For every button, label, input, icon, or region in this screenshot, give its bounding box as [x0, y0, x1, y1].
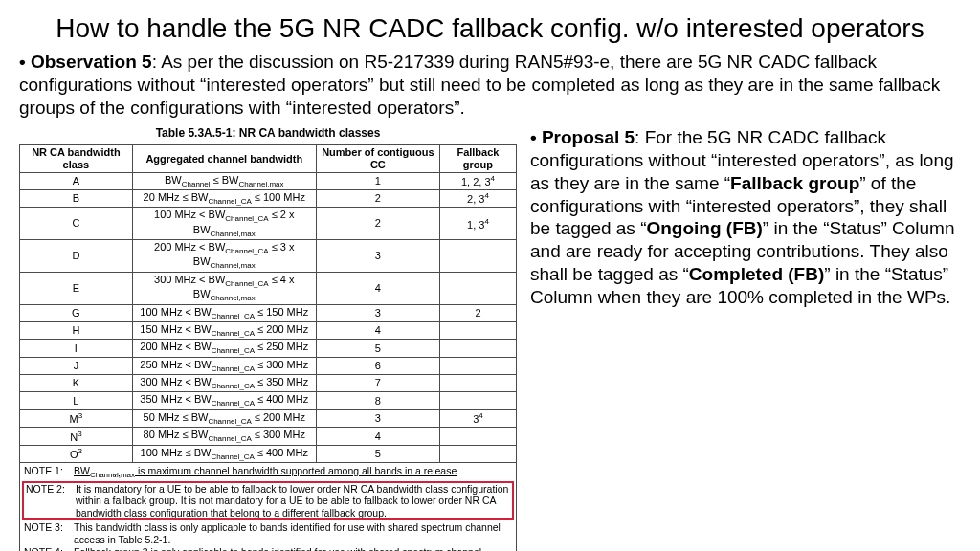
table-cell: [439, 445, 516, 462]
table-caption: Table 5.3A.5-1: NR CA bandwidth classes: [19, 126, 517, 141]
note-key: NOTE 3:: [24, 521, 74, 545]
note-key: NOTE 2:: [26, 483, 76, 519]
note-row: NOTE 4:Fallback group 3 is only applicab…: [24, 546, 512, 551]
table-row: B20 MHz ≤ BWChannel_CA ≤ 100 MHz22, 34: [20, 189, 517, 207]
table-cell: D: [20, 240, 133, 273]
table-row: E300 MHz < BWChannel_CA ≤ 4 x BWChannel,…: [20, 272, 517, 304]
observation-label: Observation 5: [31, 52, 152, 72]
table-cell: E: [20, 272, 133, 304]
table-cell: 80 MHz ≤ BWChannel_CA ≤ 300 MHz: [132, 428, 316, 445]
table-cell: 150 MHz < BWChannel_CA ≤ 200 MHz: [132, 321, 316, 339]
table-cell: 300 MHz < BWChannel_CA ≤ 350 MHz: [132, 375, 316, 392]
observation-block: Observation 5: As per the discussion on …: [19, 51, 961, 119]
table-cell: M3: [20, 409, 133, 427]
table-cell: [439, 392, 516, 409]
table-cell: 350 MHz < BWChannel_CA ≤ 400 MHz: [132, 392, 316, 409]
table-row: ABWChannel ≤ BWChannel,max11, 2, 34: [20, 172, 517, 189]
table-cell: 250 MHz < BWChannel_CA ≤ 300 MHz: [132, 357, 316, 374]
table-cell: 3: [316, 409, 439, 427]
table-cell: 34: [439, 409, 516, 427]
table-header: Fallback group: [439, 145, 516, 172]
table-cell: 200 MHz < BWChannel_CA ≤ 250 MHz: [132, 340, 316, 357]
table-cell: 3: [316, 240, 439, 273]
table-cell: 3: [316, 304, 439, 321]
note-row: NOTE 1:BWChannel,max is maximum channel …: [24, 465, 512, 480]
note-value: It is mandatory for a UE to be able to f…: [76, 483, 510, 519]
note-key: NOTE 1:: [24, 465, 74, 480]
proposal-label: Proposal 5: [542, 127, 635, 147]
table-cell: 6: [316, 357, 439, 374]
bandwidth-table: NR CA bandwidth classAggregated channel …: [19, 144, 517, 463]
table-cell: 7: [316, 375, 439, 392]
table-row: O3100 MHz ≤ BWChannel_CA ≤ 400 MHz5: [20, 445, 517, 462]
table-cell: BWChannel ≤ BWChannel,max: [132, 172, 316, 189]
table-row: G100 MHz < BWChannel_CA ≤ 150 MHz32: [20, 304, 517, 321]
table-cell: L: [20, 392, 133, 409]
observation-text: : As per the discussion on R5-217339 dur…: [19, 52, 940, 118]
proposal-block: Proposal 5: For the 5G NR CADC fallback …: [530, 126, 961, 551]
table-cell: 50 MHz ≤ BWChannel_CA ≤ 200 MHz: [132, 409, 316, 427]
table-cell: I: [20, 340, 133, 357]
table-cell: C: [20, 208, 133, 240]
table-header: NR CA bandwidth class: [20, 145, 133, 172]
note-row: NOTE 3:This bandwidth class is only appl…: [24, 521, 512, 545]
table-row: J250 MHz < BWChannel_CA ≤ 300 MHz6: [20, 357, 517, 374]
table-cell: 4: [316, 321, 439, 339]
note-value: Fallback group 3 is only applicable to b…: [74, 546, 512, 551]
slide-title: How to handle the 5G NR CADC fallback co…: [19, 11, 961, 45]
table-cell: 2, 34: [439, 189, 516, 207]
table-cell: 4: [316, 428, 439, 445]
table-cell: [439, 240, 516, 273]
table-row: N380 MHz ≤ BWChannel_CA ≤ 300 MHz4: [20, 428, 517, 445]
table-row: I200 MHz < BWChannel_CA ≤ 250 MHz5: [20, 340, 517, 357]
table-cell: 100 MHz < BWChannel_CA ≤ 2 x BWChannel,m…: [132, 208, 316, 240]
table-cell: O3: [20, 445, 133, 462]
table-cell: N3: [20, 428, 133, 445]
table-cell: [439, 357, 516, 374]
table-cell: J: [20, 357, 133, 374]
table-cell: 300 MHz < BWChannel_CA ≤ 4 x BWChannel,m…: [132, 272, 316, 304]
table-cell: 5: [316, 340, 439, 357]
note-value: BWChannel,max is maximum channel bandwid…: [74, 465, 512, 480]
table-cell: 100 MHz < BWChannel_CA ≤ 150 MHz: [132, 304, 316, 321]
table-cell: B: [20, 189, 133, 207]
table-row: D200 MHz < BWChannel_CA ≤ 3 x BWChannel,…: [20, 240, 517, 273]
table-cell: 200 MHz < BWChannel_CA ≤ 3 x BWChannel,m…: [132, 240, 316, 273]
proposal-b5: Completed (FB): [689, 264, 824, 284]
table-cell: [439, 375, 516, 392]
note-key: NOTE 4:: [24, 546, 74, 551]
note-row: NOTE 2:It is mandatory for a UE to be ab…: [22, 481, 514, 521]
proposal-b3: Ongoing (FB): [646, 218, 762, 238]
table-cell: 2: [439, 304, 516, 321]
table-cell: [439, 321, 516, 339]
table-cell: [439, 272, 516, 304]
table-row: M350 MHz ≤ BWChannel_CA ≤ 200 MHz334: [20, 409, 517, 427]
table-cell: 1: [316, 172, 439, 189]
table-cell: 2: [316, 208, 439, 240]
note-value: This bandwidth class is only applicable …: [74, 521, 512, 545]
table-cell: 8: [316, 392, 439, 409]
table-cell: H: [20, 321, 133, 339]
table-cell: 1, 2, 34: [439, 172, 516, 189]
table-cell: 4: [316, 272, 439, 304]
table-header: Aggregated channel bandwidth: [132, 145, 316, 172]
table-row: K300 MHz < BWChannel_CA ≤ 350 MHz7: [20, 375, 517, 392]
table-panel: Table 5.3A.5-1: NR CA bandwidth classes …: [19, 126, 517, 551]
table-cell: 2: [316, 189, 439, 207]
table-cell: [439, 340, 516, 357]
table-row: H150 MHz < BWChannel_CA ≤ 200 MHz4: [20, 321, 517, 339]
table-cell: 5: [316, 445, 439, 462]
table-row: L350 MHz < BWChannel_CA ≤ 400 MHz8: [20, 392, 517, 409]
table-cell: 20 MHz ≤ BWChannel_CA ≤ 100 MHz: [132, 189, 316, 207]
proposal-b1: Fallback group: [730, 173, 859, 193]
table-cell: G: [20, 304, 133, 321]
table-cell: [439, 428, 516, 445]
table-row: C100 MHz < BWChannel_CA ≤ 2 x BWChannel,…: [20, 208, 517, 240]
table-header: Number of contiguous CC: [316, 145, 439, 172]
table-cell: 1, 34: [439, 208, 516, 240]
table-cell: A: [20, 172, 133, 189]
table-notes: NOTE 1:BWChannel,max is maximum channel …: [19, 463, 517, 551]
table-cell: 100 MHz ≤ BWChannel_CA ≤ 400 MHz: [132, 445, 316, 462]
table-cell: K: [20, 375, 133, 392]
